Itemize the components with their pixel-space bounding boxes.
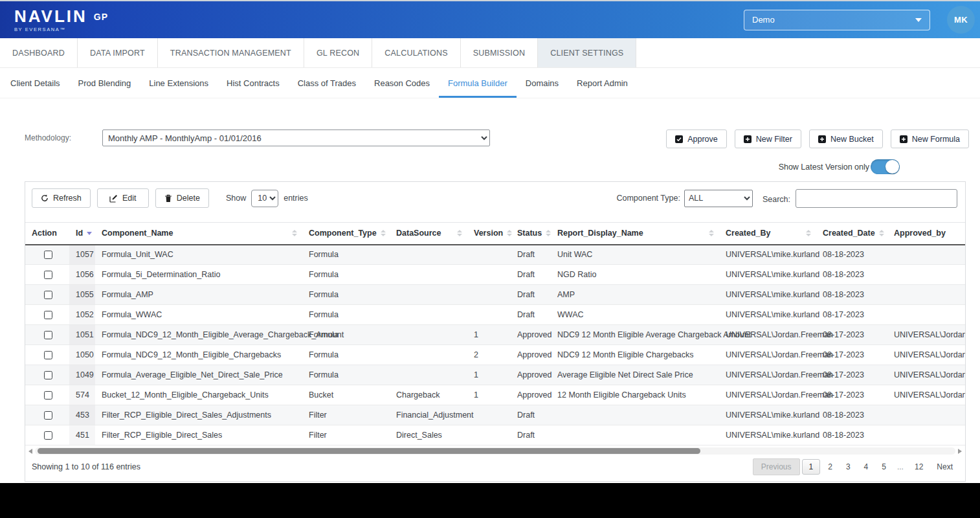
cell-version	[467, 305, 511, 325]
scrollbar-track[interactable]	[35, 447, 955, 455]
page-button-3[interactable]: 3	[840, 460, 856, 474]
column-header-status[interactable]: Status	[511, 223, 551, 245]
formula-table-card: Refresh Edit Delete Show 10 entries Comp…	[25, 181, 966, 482]
column-header-created-date[interactable]: Created_Date	[816, 223, 887, 245]
approve-button[interactable]: Approve	[666, 130, 727, 148]
page-size-select[interactable]: 10	[251, 190, 278, 207]
nav-tab-calculations[interactable]: CALCULATIONS	[372, 38, 460, 67]
cell-approved_by	[887, 425, 965, 445]
check-square-icon	[675, 135, 683, 143]
nav-tab-transaction-management[interactable]: TRANSACTION MANAGEMENT	[158, 38, 304, 67]
subnav-item-hist-contracts[interactable]: Hist Contracts	[217, 68, 289, 98]
column-header-report-display-name[interactable]: Report_Display_Name	[551, 223, 719, 245]
cell-created_by: UNIVERSAL\mike.kurland	[719, 285, 816, 305]
cell-id: 1049	[69, 365, 95, 385]
column-header-component-type[interactable]: Component_Type	[302, 223, 390, 245]
refresh-button[interactable]: Refresh	[32, 188, 91, 208]
column-header-component-name[interactable]: Component_Name	[95, 223, 302, 245]
subnav-item-domains[interactable]: Domains	[517, 68, 568, 98]
cell-created_date: 08-18-2023	[816, 245, 887, 265]
search-label: Search:	[763, 195, 790, 204]
row-checkbox[interactable]	[44, 351, 52, 359]
table-row: 1050Formula_NDC9_12_Month_Eligible_Charg…	[25, 345, 965, 365]
controls-row: Methodology: Monthly AMP - MonthlyAmp - …	[25, 130, 969, 148]
nav-tab-client-settings[interactable]: CLIENT SETTINGS	[538, 38, 636, 67]
subnav-item-prod-blending[interactable]: Prod Blending	[69, 68, 140, 98]
edit-button[interactable]: Edit	[97, 188, 149, 208]
delete-button[interactable]: Delete	[155, 188, 209, 208]
nav-tab-data-import[interactable]: DATA IMPORT	[78, 38, 158, 67]
row-checkbox[interactable]	[44, 291, 52, 299]
new-bucket-button[interactable]: New Bucket	[809, 130, 883, 148]
subnav-item-class-of-trades[interactable]: Class of Trades	[289, 68, 365, 98]
search-input[interactable]	[796, 189, 957, 208]
cell-component_name: Formula_NDC9_12_Month_Eligible_Chargebac…	[95, 345, 302, 365]
subnav-item-line-extensions[interactable]: Line Extensions	[140, 68, 217, 98]
cell-status: Approved	[511, 345, 551, 365]
main-nav: DASHBOARDDATA IMPORTTRANSACTION MANAGEME…	[0, 38, 980, 68]
subnav-item-reason-codes[interactable]: Reason Codes	[365, 68, 439, 98]
methodology-label: Methodology:	[25, 130, 102, 142]
nav-tab-submission[interactable]: SUBMISSION	[461, 38, 539, 67]
subnav-item-formula-builder[interactable]: Formula Builder	[439, 68, 517, 98]
environment-dropdown[interactable]: Demo	[744, 10, 930, 30]
user-avatar[interactable]: MK	[947, 6, 975, 34]
cell-created_date: 08-17-2023	[816, 365, 887, 385]
chevron-down-icon	[915, 18, 922, 22]
cell-component_name: Formula_5i_Determination_Ratio	[95, 265, 302, 285]
cell-id: 1050	[69, 345, 95, 365]
scroll-right-icon[interactable]	[958, 449, 962, 454]
row-checkbox[interactable]	[44, 311, 52, 319]
brand-logo: NAVLIN GP BY EVERSANA™	[14, 8, 108, 32]
page-button-2[interactable]: 2	[822, 460, 838, 474]
row-checkbox[interactable]	[44, 431, 52, 440]
nav-tab-dashboard[interactable]: DASHBOARD	[0, 38, 78, 67]
cell-created_by: UNIVERSAL\mike.kurland	[719, 245, 816, 265]
subnav-item-report-admin[interactable]: Report Admin	[568, 68, 637, 98]
column-header-version[interactable]: Version	[467, 223, 511, 245]
cell-component_type: Filter	[302, 425, 390, 445]
row-checkbox[interactable]	[44, 271, 52, 279]
cell-approved_by	[887, 405, 965, 425]
row-checkbox[interactable]	[44, 411, 52, 420]
new-filter-button[interactable]: New Filter	[735, 130, 801, 148]
new-formula-button[interactable]: New Formula	[891, 130, 969, 148]
cell-report_display_name	[551, 425, 719, 445]
cell-report_display_name: Average Eligible Net Direct Sale Price	[551, 365, 719, 385]
page-button-5[interactable]: 5	[876, 460, 892, 474]
row-select-cell	[25, 265, 69, 285]
previous-page-button[interactable]: Previous	[753, 458, 800, 475]
latest-version-toggle[interactable]	[871, 159, 900, 174]
scroll-left-icon[interactable]	[28, 449, 32, 454]
nav-tab-gl-recon[interactable]: GL RECON	[304, 38, 372, 67]
cell-version	[467, 405, 511, 425]
horizontal-scrollbar[interactable]	[26, 447, 964, 455]
subnav-item-client-details[interactable]: Client Details	[1, 68, 69, 98]
cell-created_date: 08-18-2023	[816, 285, 887, 305]
cell-created_by: UNIVERSAL\Jordan.Freeman	[719, 385, 816, 405]
page-button-12[interactable]: 12	[909, 460, 929, 474]
table-row: 1055Formula_AMPFormulaDraftAMPUNIVERSAL\…	[25, 285, 965, 305]
column-header-id[interactable]: Id	[69, 223, 95, 245]
sort-icon	[875, 230, 884, 236]
scrollbar-thumb[interactable]	[38, 448, 700, 454]
next-page-button[interactable]: Next	[931, 460, 959, 474]
row-checkbox[interactable]	[44, 251, 52, 259]
cell-created_date: 08-17-2023	[816, 305, 887, 325]
cell-status: Draft	[511, 405, 551, 425]
cell-report_display_name	[551, 405, 719, 425]
current-page-button[interactable]: 1	[802, 459, 821, 475]
row-checkbox[interactable]	[44, 331, 52, 339]
column-header-created-by[interactable]: Created_By	[719, 223, 816, 245]
row-checkbox[interactable]	[44, 371, 52, 379]
cell-created_date: 08-17-2023	[816, 385, 887, 405]
sort-icon	[453, 230, 462, 236]
component-type-select[interactable]: ALL	[684, 190, 753, 207]
cell-created_date: 08-17-2023	[816, 325, 887, 345]
row-checkbox[interactable]	[44, 391, 52, 400]
methodology-select[interactable]: Monthly AMP - MonthlyAmp - 01/01/2016	[102, 130, 490, 146]
page-button-4[interactable]: 4	[858, 460, 874, 474]
column-header-approved-by[interactable]: Approved_by	[887, 223, 965, 245]
cell-status: Draft	[511, 265, 551, 285]
column-header-datasource[interactable]: DataSource	[390, 223, 467, 245]
